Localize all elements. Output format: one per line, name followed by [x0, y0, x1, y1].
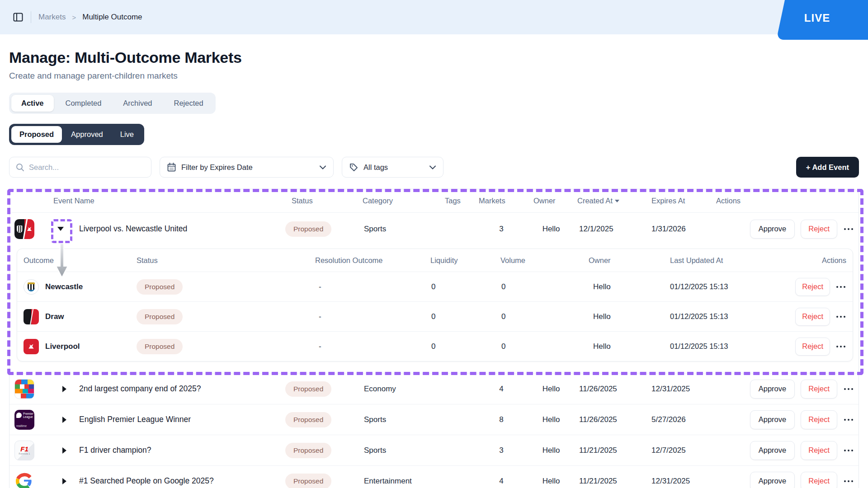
table-row-2nd-largest-company: 2nd largest company end of 2025? Propose…: [9, 373, 859, 404]
expires-at-value: 5/27/2026: [646, 415, 712, 424]
reject-outcome-button[interactable]: Reject: [795, 338, 830, 356]
more-actions-button[interactable]: [843, 385, 854, 393]
event-name[interactable]: #1 Searched People on Google 2025?: [75, 476, 284, 486]
resolution-value: -: [315, 312, 430, 321]
event-name[interactable]: F1 driver champion?: [75, 446, 284, 455]
expand-row-toggle[interactable]: [62, 386, 66, 392]
col-outcome-actions: Actions: [797, 256, 846, 265]
col-last-updated-at: Last Updated At: [670, 256, 797, 265]
reject-button[interactable]: Reject: [801, 441, 837, 460]
expand-row-toggle[interactable]: [62, 417, 66, 423]
markets-count: 3: [474, 446, 528, 455]
more-actions-button[interactable]: [835, 283, 846, 291]
reject-outcome-button[interactable]: Reject: [795, 308, 830, 326]
approve-button[interactable]: Approve: [750, 441, 795, 460]
created-at-value: 11/21/2025: [574, 446, 646, 455]
category-value: Economy: [359, 385, 440, 394]
markets-count: 4: [474, 385, 528, 394]
more-actions-button[interactable]: [843, 478, 854, 485]
owner-value: Hello: [528, 225, 574, 234]
sidebar-panel-icon: [13, 13, 23, 22]
markets-count: 8: [474, 415, 528, 424]
col-event-name: Event Name: [9, 197, 284, 205]
subtab-approved[interactable]: Approved: [63, 126, 111, 143]
premier-league-logo: PremierLeague realtime: [14, 410, 34, 430]
page-subtitle: Create and manage parent-children market…: [9, 71, 859, 81]
resolution-value: -: [315, 282, 430, 291]
breadcrumb-markets[interactable]: Markets: [38, 13, 66, 22]
more-actions-button[interactable]: [843, 447, 854, 454]
owner-value: Hello: [589, 282, 670, 291]
markets-count: 4: [474, 477, 528, 486]
expand-row-toggle[interactable]: [62, 447, 66, 454]
liquidity-value: 0: [430, 282, 500, 291]
approve-button[interactable]: Approve: [750, 410, 795, 429]
tab-completed[interactable]: Completed: [56, 95, 112, 112]
subtab-live[interactable]: Live: [112, 126, 142, 143]
status-badge: Proposed: [285, 412, 331, 427]
liquidity-value: 0: [430, 312, 500, 321]
volume-value: 0: [500, 282, 589, 291]
search-box[interactable]: [9, 157, 151, 178]
tab-rejected[interactable]: Rejected: [164, 95, 213, 112]
live-ribbon: LIVE: [776, 0, 868, 40]
approve-button[interactable]: Approve: [750, 380, 795, 399]
col-resolution-outcome: Resolution Outcome: [315, 256, 430, 265]
live-ribbon-label: LIVE: [781, 0, 868, 36]
reject-button[interactable]: Reject: [801, 410, 837, 429]
more-actions-button[interactable]: [835, 313, 846, 320]
reject-outcome-button[interactable]: Reject: [795, 278, 830, 296]
liverpool-logo: [24, 339, 39, 354]
divider: [31, 11, 31, 23]
company-collage-logo: [14, 379, 34, 399]
col-tags: Tags: [440, 197, 474, 205]
markets-count: 3: [474, 225, 528, 234]
page-title: Manage: Multi-Outcome Markets: [9, 49, 859, 66]
outcomes-header: Outcome Status Resolution Outcome Liquid…: [17, 249, 853, 272]
more-actions-button[interactable]: [835, 343, 846, 350]
approve-button[interactable]: Approve: [750, 472, 795, 488]
category-value: Sports: [359, 446, 440, 455]
sidebar-toggle-button[interactable]: [9, 8, 27, 26]
expires-filter-label: Filter by Expires Date: [181, 163, 314, 172]
breadcrumb-current: Multiple Outcome: [82, 13, 142, 22]
status-badge: Proposed: [285, 474, 331, 488]
reject-button[interactable]: Reject: [801, 380, 837, 399]
collapse-row-toggle[interactable]: [57, 227, 64, 231]
tab-active[interactable]: Active: [11, 95, 54, 112]
add-event-button[interactable]: + Add Event: [796, 157, 859, 178]
reject-button[interactable]: Reject: [801, 220, 837, 239]
breadcrumb-separator-icon: >: [72, 14, 76, 21]
search-icon: [16, 163, 24, 172]
liquidity-value: 0: [430, 342, 500, 351]
tag-icon: [349, 163, 358, 172]
subtab-proposed[interactable]: Proposed: [11, 126, 62, 143]
event-name[interactable]: 2nd largest company end of 2025?: [75, 384, 284, 394]
tags-filter-dropdown[interactable]: All tags: [342, 157, 443, 178]
status-badge: Proposed: [137, 279, 183, 295]
filter-controls-row: Filter by Expires Date All tags + Add Ev…: [9, 157, 859, 178]
outcome-row-liverpool: Liverpool Proposed - 0 0 Hello 01/12/202…: [17, 331, 853, 361]
volume-value: 0: [500, 312, 589, 321]
more-actions-button[interactable]: [843, 416, 854, 423]
approve-button[interactable]: Approve: [750, 220, 795, 239]
reject-button[interactable]: Reject: [801, 472, 837, 488]
resolution-value: -: [315, 342, 430, 351]
category-value: Sports: [359, 225, 440, 234]
more-actions-button[interactable]: [843, 225, 854, 233]
event-name[interactable]: English Premier League Winner: [75, 415, 284, 424]
category-value: Sports: [359, 415, 440, 424]
search-input[interactable]: [29, 163, 145, 172]
outcome-row-draw: Draw Proposed - 0 0 Hello 01/12/2025 15:…: [17, 301, 853, 331]
expand-row-toggle[interactable]: [62, 478, 66, 484]
created-at-value: 11/26/2025: [574, 415, 646, 424]
category-value: Entertainment: [359, 477, 440, 486]
created-at-value: 11/21/2025: [574, 477, 646, 486]
col-created-at[interactable]: Created At: [574, 197, 646, 205]
event-name[interactable]: Liverpool vs. Newcastle United: [75, 224, 284, 234]
owner-value: Hello: [528, 415, 574, 424]
google-logo: [14, 472, 33, 488]
newcastle-logo: [24, 279, 39, 295]
expires-date-filter-dropdown[interactable]: Filter by Expires Date: [160, 157, 334, 178]
tab-archived[interactable]: Archived: [113, 95, 162, 112]
